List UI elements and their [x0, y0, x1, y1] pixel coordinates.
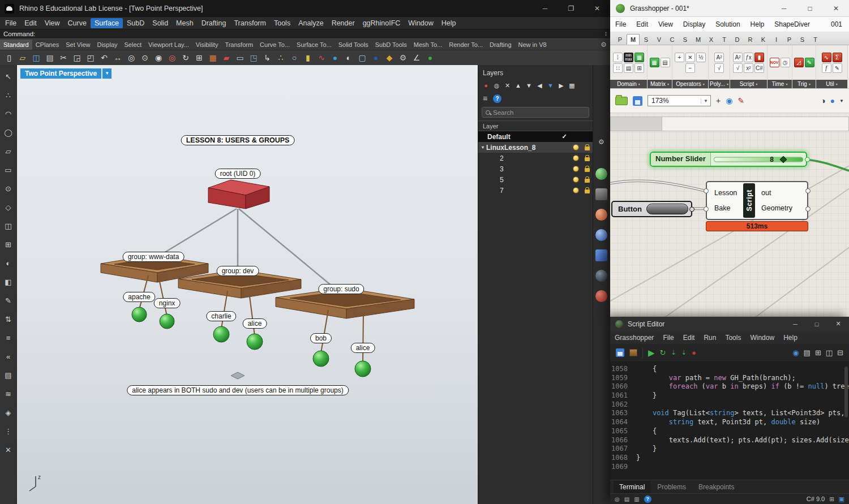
code-line[interactable]: 1064 string text, Point3d pt, double siz…	[610, 418, 849, 427]
render-green-sphere-icon[interactable]	[595, 168, 607, 180]
palette-icon[interactable]: Σ	[833, 53, 842, 62]
render-blue-sphere-icon[interactable]	[595, 229, 607, 241]
close-button[interactable]: ✕	[584, 0, 610, 17]
toolbar-tab[interactable]: Set View	[62, 40, 93, 50]
toolbar-tab[interactable]: Mesh To...	[410, 40, 446, 50]
menu-item[interactable]: Surface	[91, 18, 123, 28]
open-doc-icon[interactable]: ▥	[634, 496, 639, 502]
palette-icon[interactable]: A²	[714, 53, 724, 62]
layer-name[interactable]: Default	[487, 133, 559, 141]
palette-icon[interactable]: −	[685, 63, 695, 73]
layer-lock-icon[interactable]	[585, 168, 590, 172]
search-input[interactable]	[493, 109, 572, 116]
layer-name[interactable]: LinuxLesson_8	[486, 144, 559, 152]
scene-label[interactable]: group: dev	[217, 266, 259, 276]
layer-visibility-bulb-icon[interactable]	[573, 177, 578, 182]
layers-search-box[interactable]	[482, 107, 589, 118]
command-bar[interactable]: Command: ▴▾	[0, 29, 610, 38]
panel-tab[interactable]: Problems	[651, 481, 692, 493]
code-line[interactable]: 1069	[610, 463, 849, 472]
maximize-button[interactable]: □	[806, 317, 827, 331]
rectangle-icon[interactable]: ▭	[1, 161, 16, 179]
layer-row[interactable]: 5	[478, 174, 593, 185]
palette-group-label[interactable]: Util▾	[816, 80, 847, 88]
package-icon[interactable]	[629, 349, 637, 356]
viewport-tab-caret-icon[interactable]: ▼	[102, 68, 112, 79]
code-line[interactable]: 1063 void Tag(List<string> texts, List<P…	[610, 409, 849, 418]
menu-item[interactable]: Grasshopper	[610, 332, 658, 343]
scene-label[interactable]: apache	[123, 292, 155, 302]
viewport[interactable]: Two Point Perspective ▼	[17, 65, 478, 504]
cut-icon[interactable]: ✂	[57, 51, 70, 64]
zoom-dynamic-icon[interactable]: ◎	[125, 51, 138, 64]
menu-item[interactable]: Analyze	[294, 18, 327, 28]
toolbar-tab[interactable]: Drafting	[486, 40, 515, 50]
layer-row[interactable]: 3	[478, 163, 593, 174]
palette-group-label[interactable]: Domain▾	[610, 80, 647, 88]
code-line[interactable]: 1062	[610, 400, 849, 410]
script-input-nub-lesson[interactable]	[704, 188, 709, 193]
paste-icon[interactable]: ◰	[84, 51, 97, 64]
shaded-preview-icon[interactable]: ◑	[821, 96, 825, 105]
gem-icon[interactable]: ◈	[1, 403, 16, 422]
collapse-icon[interactable]: ◀	[534, 80, 545, 91]
scene-label[interactable]: LESSON 8: USERS & GROUPS	[181, 135, 295, 145]
grid-icon[interactable]: ⊞	[1, 235, 16, 254]
layer-lock-icon[interactable]	[585, 147, 590, 150]
preview-eye-icon[interactable]: ◉	[726, 96, 732, 105]
scene-label[interactable]: group: www-data	[123, 252, 185, 262]
scene-label[interactable]: group: sudo	[318, 284, 364, 294]
open-folder-icon[interactable]: ▱	[16, 51, 29, 64]
palette-icon[interactable]: ⊞	[634, 63, 644, 73]
component-tab[interactable]: S	[640, 35, 653, 45]
red-material-icon[interactable]	[595, 290, 607, 302]
palette-group-label[interactable]: Time▾	[767, 80, 792, 88]
panel-tab[interactable]: Breakpoints	[693, 481, 740, 493]
script-input-label[interactable]: Lesson	[714, 189, 743, 197]
layers-menu-icon[interactable]: ≡	[483, 94, 487, 103]
history-icon[interactable]: ↳	[260, 51, 274, 64]
number-slider-component[interactable]: Number Slider 8	[650, 152, 807, 167]
menu-item[interactable]: Edit	[20, 18, 41, 28]
curve-analysis-icon[interactable]: ∿	[315, 51, 328, 64]
render-orange-sphere-icon[interactable]	[595, 209, 607, 221]
palette-icon[interactable]: min max	[624, 53, 633, 62]
menu-item[interactable]: Drafting	[198, 18, 230, 28]
save-icon[interactable]: ◫	[29, 51, 43, 64]
toolbar-tab[interactable]: CPlanes	[32, 40, 63, 50]
copy-display-icon[interactable]: ◳	[247, 51, 260, 64]
palette-group-label[interactable]: Poly...▾	[709, 80, 730, 88]
toolbar-tab[interactable]: Standard	[0, 40, 32, 50]
component-tab[interactable]: M	[692, 35, 705, 45]
palette-icon[interactable]: ▤	[624, 63, 633, 73]
layout-columns-icon[interactable]: ◫	[826, 348, 833, 357]
layer-lock-icon[interactable]	[585, 189, 590, 193]
back-icon[interactable]: «	[1, 347, 16, 366]
expand-icon[interactable]: ▶	[556, 80, 567, 91]
named-views-icon[interactable]: ▦	[206, 51, 220, 64]
code-line[interactable]: 1061 }	[610, 391, 849, 400]
menu-item[interactable]: View	[653, 18, 678, 31]
menu-item[interactable]: Window	[404, 18, 437, 28]
grid-icon[interactable]: ⊞	[829, 496, 834, 502]
toolbar-tab[interactable]: New in V8	[515, 40, 550, 50]
panel-tab[interactable]: Terminal	[614, 481, 650, 493]
scene-label[interactable]: alice	[243, 318, 267, 329]
undo-icon[interactable]: ↶	[97, 51, 111, 64]
scene-label[interactable]: alice	[351, 343, 375, 353]
new-file-icon[interactable]: ▯	[2, 51, 16, 64]
palette-icon[interactable]: A²	[733, 53, 743, 62]
layer-lock-icon[interactable]	[585, 157, 590, 161]
lock-icon[interactable]: ▮	[301, 51, 315, 64]
insert-template-icon[interactable]: ⇣	[681, 349, 687, 356]
menu-item[interactable]: Help	[779, 332, 802, 343]
save-file-icon[interactable]	[633, 96, 642, 106]
palette-icon[interactable]: ◿	[794, 58, 804, 67]
button-output-nub[interactable]	[689, 206, 694, 212]
language-indicator[interactable]: C# 9.0	[807, 496, 825, 502]
run-play-icon[interactable]: ▶	[648, 348, 655, 358]
layer-visibility-bulb-icon[interactable]	[573, 188, 578, 193]
layer-name[interactable]: 3	[500, 165, 559, 173]
menu-item[interactable]: File	[1, 18, 20, 28]
minimize-button[interactable]: ─	[532, 0, 558, 17]
